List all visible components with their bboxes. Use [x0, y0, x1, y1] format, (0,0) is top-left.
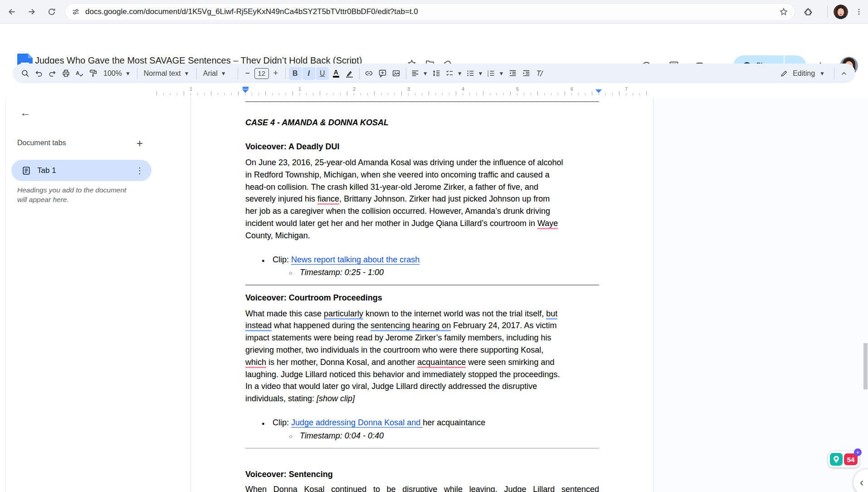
line-spacing-icon[interactable]: [430, 67, 443, 80]
doc-text: [show clip]: [317, 394, 355, 403]
extension-widget[interactable]: 54 +: [828, 451, 859, 467]
doc-link[interactable]: News report talking about the crash: [291, 255, 419, 265]
toolbar-separator: [406, 68, 406, 79]
doc-text: acquaintance: [417, 358, 466, 368]
url-text: docs.google.com/document/d/1K5Vg_6Liwf-R…: [85, 7, 779, 16]
paint-format-icon[interactable]: [87, 67, 99, 80]
insert-image-icon[interactable]: [390, 67, 403, 80]
docs-toolbar: A 100% ▼ Normal text ▼ Arial ▼ − 12 + B …: [13, 64, 855, 83]
browser-reload-icon[interactable]: [44, 4, 60, 20]
browser-forward-icon[interactable]: [24, 4, 40, 20]
decrease-indent-icon[interactable]: [506, 67, 519, 80]
doc-text: Timestamp: 0:25 - 1:00: [300, 268, 384, 277]
browser-toolbar: docs.google.com/document/d/1K5Vg_6Liwf-R…: [0, 0, 868, 24]
insert-link-icon[interactable]: [363, 67, 375, 80]
address-bar[interactable]: docs.google.com/document/d/1K5Vg_6Liwf-R…: [65, 4, 795, 20]
bullet-marker: ○: [289, 267, 300, 280]
browser-back-icon[interactable]: [4, 4, 20, 20]
browser-profile-avatar[interactable]: [834, 5, 848, 19]
doc-text: incident would later get her and her mot…: [245, 219, 537, 228]
editing-mode-select[interactable]: Editing ▼: [774, 65, 831, 82]
search-menus-icon[interactable]: [19, 67, 31, 80]
document-page[interactable]: CASE 4 - AMANDA & DONNA KOSALVoiceover: …: [190, 98, 653, 492]
doc-link[interactable]: Judge addressing Donna Kosal and: [291, 418, 423, 428]
doc-line: individuals, stating: [show clip]: [245, 393, 599, 405]
spelling-check-icon[interactable]: A: [73, 67, 86, 80]
doc-bullet-item: ●Clip: News report talking about the cra…: [245, 254, 599, 267]
underline-button[interactable]: U: [316, 67, 329, 80]
ruler-number: 5: [516, 86, 519, 92]
doc-line: On June 23, 2016, 25-year-old Amanda Kos…: [245, 157, 599, 169]
tab-label: Tab 1: [37, 166, 133, 175]
bulleted-list-select[interactable]: ▼: [464, 67, 485, 80]
decrease-font-size-button[interactable]: −: [241, 67, 254, 80]
toolbar-separator: [834, 68, 834, 79]
doc-heading: Voiceover: A Deadly DUI: [245, 141, 599, 153]
checklist-select[interactable]: ▼: [444, 67, 464, 80]
tab-1-item[interactable]: Tab 1 ⋮: [11, 160, 151, 181]
paragraph-styles-select[interactable]: Normal text ▼: [140, 67, 194, 80]
doc-text: which: [245, 358, 266, 368]
checklist-icon: [445, 69, 454, 78]
align-left-icon: [411, 69, 419, 78]
doc-text: Clip:: [273, 418, 291, 427]
doc-line: When Donna Kosal continued to be disrupt…: [245, 483, 599, 492]
styles-value: Normal text: [144, 69, 181, 78]
italic-button[interactable]: I: [302, 67, 315, 80]
add-tab-button[interactable]: +: [132, 135, 148, 152]
font-size-input[interactable]: 12: [254, 68, 269, 79]
document-tabs-panel: [5, 98, 190, 492]
doc-line: instead what happened during the sentenc…: [245, 320, 599, 332]
left-indent-marker[interactable]: [242, 89, 249, 93]
doc-line: impact statements were being read by Jer…: [245, 332, 599, 344]
site-settings-icon[interactable]: [72, 8, 80, 16]
tab-options-kebab-icon[interactable]: ⋮: [133, 164, 146, 177]
first-line-indent-marker[interactable]: [243, 87, 249, 89]
horizontal-rule: [245, 448, 599, 449]
doc-text: grieving mother, two individuals in the …: [245, 345, 543, 354]
doc-line: head-on collision. The crash killed 31-y…: [245, 181, 599, 193]
bold-button[interactable]: B: [289, 67, 302, 80]
increase-font-size-button[interactable]: +: [269, 67, 282, 80]
increase-indent-icon[interactable]: [520, 67, 532, 80]
doc-paragraph: When Donna Kosal continued to be disrupt…: [245, 483, 599, 492]
browser-menu-kebab-icon[interactable]: [851, 4, 867, 20]
doc-text: laughing. Judge Lillard noticed this beh…: [245, 370, 560, 379]
doc-text: impact statements were being read by Jer…: [245, 333, 551, 342]
doc-text: severely injured his: [245, 194, 317, 203]
horizontal-rule: [245, 101, 599, 102]
text-color-button[interactable]: A: [330, 67, 342, 80]
zoom-select[interactable]: 100% ▼: [100, 67, 134, 80]
right-indent-marker[interactable]: [595, 89, 602, 93]
add-comment-icon[interactable]: [376, 67, 389, 80]
clear-formatting-icon[interactable]: [533, 67, 546, 80]
ruler-number: 4: [462, 86, 464, 92]
bookmark-star-icon[interactable]: [779, 7, 788, 16]
tab-document-icon: [22, 166, 31, 175]
font-select[interactable]: Arial ▼: [200, 67, 235, 80]
doc-line: grieving mother, two individuals in the …: [245, 344, 599, 356]
ruler-number: 6: [571, 86, 573, 92]
chevron-down-icon: ▼: [423, 70, 428, 77]
align-select[interactable]: ▼: [409, 67, 430, 80]
doc-text: , Brittany Johnson. Zirker had just pick…: [339, 194, 550, 203]
zoom-value: 100%: [103, 69, 122, 78]
doc-bullet-item: ○Timestamp: 0:25 - 1:00: [245, 266, 599, 280]
numbered-list-select[interactable]: 123 ▼: [485, 67, 506, 80]
doc-line: laughing. Judge Lillard noticed this beh…: [245, 369, 599, 381]
print-icon[interactable]: [59, 67, 72, 80]
doc-text: instead: [245, 321, 272, 331]
vertical-scrollbar-thumb[interactable]: [863, 343, 868, 389]
doc-text: her job as a caregiver when the collisio…: [245, 207, 550, 216]
doc-text: what happened during the: [272, 321, 371, 330]
highlight-color-icon[interactable]: [343, 67, 356, 80]
ruler-number: 2: [353, 86, 356, 92]
undo-icon[interactable]: [32, 67, 45, 80]
doc-paragraph: What made this case particularly known t…: [245, 308, 599, 405]
redo-icon[interactable]: [46, 67, 59, 80]
hide-menus-chevron-icon[interactable]: [838, 67, 850, 80]
close-outline-arrow-icon[interactable]: ←: [16, 103, 34, 122]
extensions-puzzle-icon[interactable]: [800, 4, 816, 20]
doc-text: When Donna Kosal continued to be disrupt…: [245, 485, 599, 492]
toolbar-divider: [827, 6, 828, 17]
